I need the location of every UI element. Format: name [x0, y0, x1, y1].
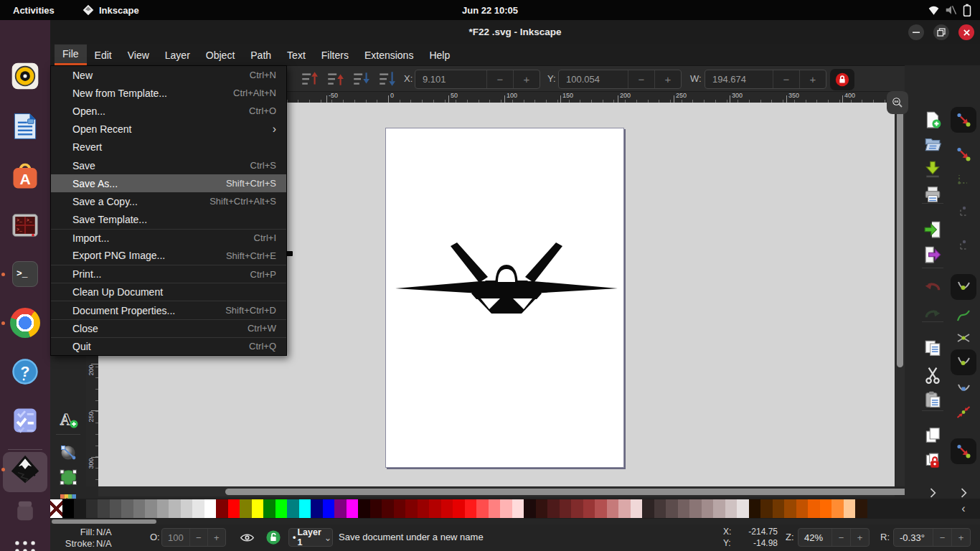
palette-swatch[interactable]: [74, 499, 86, 518]
palette-swatch[interactable]: [299, 499, 311, 518]
opacity-plus-button[interactable]: +: [207, 529, 225, 546]
file-menu-item-export-png-image[interactable]: Export PNG Image...Shift+Ctrl+E: [51, 247, 286, 265]
w-input[interactable]: 194.674 − +: [705, 70, 826, 89]
x-input[interactable]: 9.101 − +: [415, 70, 540, 89]
snap-toggle-icon[interactable]: [951, 107, 976, 133]
snap-bbox-icon[interactable]: [953, 143, 974, 165]
zoom-minus-button[interactable]: −: [831, 529, 850, 546]
snap-bbox-midpoints-icon[interactable]: [953, 233, 974, 255]
palette-swatch[interactable]: [654, 499, 666, 518]
palette-swatch[interactable]: [760, 499, 773, 518]
palette-scrollbar-thumb[interactable]: [52, 519, 156, 524]
zoom-plus-button[interactable]: +: [850, 529, 869, 546]
menu-path[interactable]: Path: [242, 44, 279, 65]
file-menu-item-save-as[interactable]: Save As...Shift+Ctrl+S: [51, 174, 286, 192]
palette-swatch[interactable]: [831, 499, 844, 518]
palette-swatch[interactable]: [110, 499, 122, 518]
palette-swatch[interactable]: [500, 499, 512, 518]
document-page[interactable]: [385, 128, 624, 468]
palette-swatch[interactable]: [571, 499, 583, 518]
w-plus-button[interactable]: +: [799, 70, 826, 88]
palette-swatch[interactable]: [216, 499, 228, 518]
file-menu-item-clean-up-document[interactable]: Clean Up Document: [51, 283, 286, 301]
file-menu-item-new[interactable]: NewCtrl+N: [51, 66, 286, 84]
palette-swatch[interactable]: [642, 499, 654, 518]
menu-edit[interactable]: Edit: [87, 44, 120, 65]
system-tray[interactable]: [928, 0, 971, 20]
palette-swatch[interactable]: [429, 499, 441, 518]
dock-item-inkscape[interactable]: [9, 453, 41, 485]
unlink-clone-icon[interactable]: [922, 451, 943, 472]
y-minus-button[interactable]: −: [628, 70, 654, 88]
palette-swatch[interactable]: [631, 499, 643, 518]
palette-swatch[interactable]: [666, 499, 678, 518]
fill-value[interactable]: N/A: [96, 527, 112, 537]
palette-swatch[interactable]: [796, 499, 809, 518]
palette-swatch[interactable]: [855, 499, 867, 518]
dock-item-rhythmbox[interactable]: [9, 60, 41, 92]
palette-swatch-none[interactable]: [50, 499, 62, 518]
file-menu-item-document-properties[interactable]: Document Properties...Shift+Ctrl+D: [51, 301, 286, 319]
lock-ratio-icon[interactable]: [830, 69, 854, 90]
palette-swatch[interactable]: [737, 499, 749, 518]
palette-swatch[interactable]: [311, 499, 323, 518]
file-menu-item-close[interactable]: CloseCtrl+W: [51, 319, 286, 337]
palette-swatch[interactable]: [169, 499, 181, 518]
file-menu-item-save-a-copy[interactable]: Save a Copy...Shift+Ctrl+Alt+S: [51, 192, 286, 210]
export-icon[interactable]: [922, 244, 943, 265]
palette-swatch[interactable]: [713, 499, 725, 518]
rotation-input[interactable]: -0.33° − +: [893, 528, 971, 547]
palette-swatch[interactable]: [287, 499, 299, 518]
palette-swatch[interactable]: [524, 499, 536, 518]
file-menu-item-open-recent[interactable]: Open Recent›: [51, 121, 286, 138]
print-icon[interactable]: [922, 184, 943, 205]
palette-swatch[interactable]: [121, 499, 133, 518]
menu-extensions[interactable]: Extensions: [357, 44, 421, 65]
palette-swatch[interactable]: [749, 499, 761, 518]
vertical-scrollbar[interactable]: [895, 103, 905, 486]
snap-cusp-nodes-icon[interactable]: [951, 349, 976, 375]
palette-scroll-left-icon[interactable]: ‹: [956, 499, 971, 519]
palette-swatch[interactable]: [678, 499, 690, 518]
palette-swatch[interactable]: [689, 499, 702, 518]
titlebar[interactable]: *F22 .svg - Inkscape: [50, 20, 980, 44]
dock-item-chrome[interactable]: [9, 307, 41, 339]
mesh-tool-icon[interactable]: [57, 466, 79, 488]
menu-view[interactable]: View: [120, 44, 157, 65]
snap-intersections-icon[interactable]: [953, 328, 974, 349]
raise-to-top-icon[interactable]: [300, 70, 319, 88]
palette-swatch[interactable]: [465, 499, 477, 518]
dock-item-todo[interactable]: [9, 405, 41, 436]
minimize-button[interactable]: [908, 24, 924, 40]
open-document-icon[interactable]: [922, 133, 943, 155]
lower-icon[interactable]: [352, 70, 370, 88]
snap-midpoints-icon[interactable]: [953, 402, 974, 423]
import-icon[interactable]: [922, 219, 943, 240]
menu-object[interactable]: Object: [198, 44, 242, 65]
maximize-button[interactable]: [933, 24, 949, 40]
palette-swatch[interactable]: [773, 499, 785, 518]
palette-swatch[interactable]: [62, 499, 75, 518]
palette-swatch[interactable]: [547, 499, 560, 518]
dock-item-show-apps[interactable]: [9, 535, 41, 551]
palette-swatch[interactable]: [334, 499, 347, 518]
activities-button[interactable]: Activities: [13, 0, 55, 20]
palette-swatch[interactable]: [240, 499, 252, 518]
palette-swatch[interactable]: [228, 499, 240, 518]
palette-swatch[interactable]: [595, 499, 607, 518]
palette-swatch[interactable]: [536, 499, 548, 518]
menu-file[interactable]: File: [55, 44, 87, 65]
palette-swatch[interactable]: [358, 499, 370, 518]
palette-swatch[interactable]: [370, 499, 382, 518]
stroke-value[interactable]: N/A: [96, 538, 112, 549]
dock-item-terminal[interactable]: >_: [9, 258, 41, 290]
text-tool-icon[interactable]: A: [57, 408, 79, 430]
y-input[interactable]: 100.054 − +: [558, 70, 682, 89]
palette-swatch[interactable]: [86, 499, 98, 518]
file-menu-item-new-from-template[interactable]: New from Template...Ctrl+Alt+N: [51, 84, 286, 102]
palette-swatch[interactable]: [441, 499, 453, 518]
menu-help[interactable]: Help: [421, 44, 458, 65]
palette-swatch[interactable]: [725, 499, 738, 518]
w-minus-button[interactable]: −: [773, 70, 799, 88]
horizontal-scrollbar[interactable]: [98, 487, 895, 496]
